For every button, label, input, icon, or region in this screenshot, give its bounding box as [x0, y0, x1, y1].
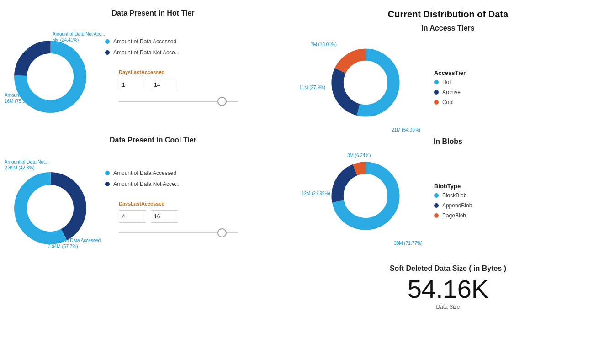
access-tiers-legend: Hot Archive Cool — [434, 79, 466, 106]
access-tiers-subtitle: In Access Tiers — [302, 24, 594, 32]
blobs-38m-label: 38M (71.77%) — [394, 240, 423, 246]
soft-deleted-title: Soft Deleted Data Size ( in Bytes ) — [306, 264, 590, 273]
hot-tier-chart-row: Amount of Data Not Acc... 5M (24.41%) Am… — [5, 22, 302, 122]
cool-tier-chart-row: Amount of Data Not... 2.89M (42.3%) Amou… — [5, 149, 302, 258]
access-legend-hot: Hot — [434, 79, 466, 85]
svg-point-13 — [344, 174, 387, 217]
blobs-legend: BlockBlob AppendBlob PageBlob — [434, 192, 472, 219]
hot-slider-track[interactable] — [119, 97, 238, 106]
soft-deleted-value: 54.16K — [306, 276, 590, 302]
cool-tier-slider-section: DaysLastAccessed — [119, 201, 238, 237]
blobs-legend-wrapper: BlobType BlockBlob AppendBlob PageBlo — [434, 183, 472, 219]
blobs-chart-row: 3M (6.24%) 12M (21.99%) 38M (71.77%) — [302, 150, 594, 251]
blobs-append-dot — [434, 203, 439, 208]
legend-dot-not-accessed — [105, 50, 110, 55]
legend-dot-accessed — [105, 39, 110, 44]
hot-tier-title: Data Present in Hot Tier — [5, 9, 302, 17]
cool-tier-right: Amount of Data Accessed Amount of Data N… — [105, 170, 238, 237]
cool-slider-min-input[interactable] — [119, 210, 146, 223]
blobs-donut-wrapper: 3M (6.24%) 12M (21.99%) 38M (71.77%) — [302, 150, 425, 251]
blobs-legend-page: PageBlob — [434, 212, 472, 219]
svg-point-9 — [344, 61, 387, 104]
access-archive-dot — [434, 90, 439, 95]
blobs-legend-append: AppendBlob — [434, 202, 472, 209]
cool-tier-title: Data Present in Cool Tier — [5, 136, 302, 144]
access-legend-cool: Cool — [434, 99, 466, 106]
cool-legend-item-1: Amount of Data Not Acce... — [105, 181, 238, 187]
cool-slider-label: DaysLastAccessed — [119, 201, 238, 206]
access-tiers-legend-wrapper: AccessTier Hot Archive Cool — [434, 69, 466, 106]
cool-legend-dot-accessed — [105, 171, 110, 175]
hot-tier-donut-wrapper: Amount of Data Not Acc... 5M (24.41%) Am… — [5, 26, 96, 118]
soft-deleted-sub: Data Size — [306, 304, 590, 310]
hot-slider-thumb[interactable] — [217, 97, 227, 106]
hot-slider-min-input[interactable] — [119, 79, 146, 91]
access-tiers-chart-row: 7M (18.01%) 21M (54.09%) 11M (27.9%) — [302, 37, 594, 137]
left-panel: Data Present in Hot Tier Amount of Data … — [5, 9, 302, 355]
cool-legend-dot-not-accessed — [105, 182, 110, 186]
blobs-legend-block: BlockBlob — [434, 192, 472, 199]
access-11m-label: 11M (27.9%) — [299, 84, 325, 90]
hot-slider-label: DaysLastAccessed — [119, 69, 238, 75]
access-21m-label: 21M (54.09%) — [392, 127, 420, 133]
cool-slider-track[interactable] — [119, 228, 238, 237]
cool-slider-thumb[interactable] — [217, 228, 227, 237]
legend-item-0: Amount of Data Accessed — [105, 38, 238, 45]
blobs-block-dot — [434, 193, 439, 198]
blobs-12m-label: 12M (21.99%) — [302, 190, 330, 196]
hot-tier-slider-section: DaysLastAccessed — [119, 69, 238, 106]
blobs-subtitle: In Blobs — [302, 137, 594, 146]
hot-tier-right: Amount of Data Accessed Amount of Data N… — [105, 38, 238, 106]
cool-slider-max-input[interactable] — [151, 210, 178, 223]
access-tiers-section: In Access Tiers 7M (18.01%) 21M (54.09%)… — [302, 24, 594, 137]
cool-tier-legend: Amount of Data Accessed Amount of Data N… — [105, 170, 238, 187]
access-tiers-donut-wrapper: 7M (18.01%) 21M (54.09%) 11M (27.9%) — [302, 37, 425, 137]
soft-deleted-section: Soft Deleted Data Size ( in Bytes ) 54.1… — [302, 260, 594, 315]
access-cool-dot — [434, 100, 439, 105]
cool-tier-section: Data Present in Cool Tier Amount of Data… — [5, 136, 302, 258]
access-tiers-donut — [327, 44, 404, 121]
access-tiers-legend-title: AccessTier — [434, 69, 466, 76]
hot-slider-inputs — [119, 79, 238, 91]
cool-legend-item-0: Amount of Data Accessed — [105, 170, 238, 176]
svg-point-5 — [27, 185, 73, 231]
blobs-section: In Blobs 3M (6.24%) 12M (21.99%) 38M (71… — [302, 137, 594, 251]
legend-item-1: Amount of Data Not Acce... — [105, 49, 238, 56]
right-panel: Current Distribution of Data In Access T… — [302, 9, 594, 355]
blobs-page-dot — [434, 213, 439, 218]
hot-tier-donut — [9, 36, 91, 118]
access-legend-archive: Archive — [434, 89, 466, 95]
hot-tier-section: Data Present in Hot Tier Amount of Data … — [5, 9, 302, 122]
svg-point-2 — [27, 54, 73, 100]
right-panel-title: Current Distribution of Data — [302, 9, 594, 20]
hot-slider-max-input[interactable] — [151, 79, 178, 91]
cool-tier-donut — [9, 167, 91, 249]
blobs-legend-title: BlobType — [434, 183, 472, 190]
cool-slider-inputs — [119, 210, 238, 223]
access-hot-dot — [434, 80, 439, 84]
blobs-donut — [327, 157, 404, 235]
cool-tier-donut-wrapper: Amount of Data Not... 2.89M (42.3%) Amou… — [5, 153, 96, 254]
hot-tier-legend: Amount of Data Accessed Amount of Data N… — [105, 38, 238, 56]
